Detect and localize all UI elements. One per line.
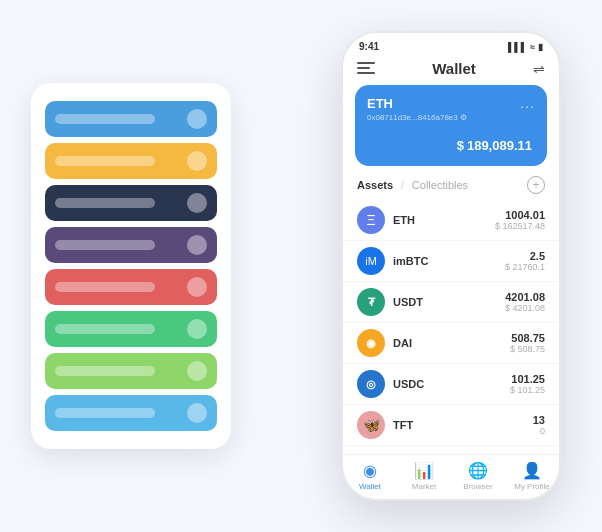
card-dot — [187, 319, 207, 339]
eth-icon: Ξ — [357, 206, 385, 234]
add-asset-button[interactable]: + — [527, 176, 545, 194]
asset-name-usdc: USDC — [393, 378, 510, 390]
eth-usd-value: $ 162517.48 — [495, 221, 545, 231]
imbtc-icon: iM — [357, 247, 385, 275]
browser-nav-label: Browser — [463, 482, 492, 491]
tab-separator: / — [401, 180, 404, 191]
card-dot — [187, 235, 207, 255]
dai-primary-amount: 508.75 — [510, 332, 545, 344]
usdc-usd-value: $ 101.25 — [510, 385, 545, 395]
market-nav-icon: 📊 — [414, 461, 434, 480]
expand-button[interactable]: ⇌ — [533, 61, 545, 77]
phone-header: Wallet ⇌ — [343, 56, 559, 85]
card-bar — [55, 156, 155, 166]
card-bar — [55, 240, 155, 250]
card-dot — [187, 109, 207, 129]
asset-amount-usdt: 4201.08 $ 4201.08 — [505, 291, 545, 313]
list-item[interactable] — [45, 101, 217, 137]
nav-browser[interactable]: 🌐 Browser — [451, 461, 505, 491]
usdt-icon: ₮ — [357, 288, 385, 316]
bottom-nav: ◉ Wallet 📊 Market 🌐 Browser 👤 My Profile — [343, 454, 559, 499]
imbtc-usd-value: $ 21760.1 — [505, 262, 545, 272]
asset-row-imbtc[interactable]: iM imBTC 2.5 $ 21760.1 — [343, 241, 559, 282]
card-dot — [187, 151, 207, 171]
card-bar — [55, 324, 155, 334]
tft-usd-value: 0 — [533, 426, 545, 436]
market-nav-label: Market — [412, 482, 436, 491]
battery-icon: ▮ — [538, 42, 543, 52]
dai-usd-value: $ 508.75 — [510, 344, 545, 354]
asset-amount-usdc: 101.25 $ 101.25 — [510, 373, 545, 395]
status-time: 9:41 — [359, 41, 379, 52]
eth-address: 0x08711d3e...8416a78e3 ⚙ — [367, 113, 535, 122]
eth-card-menu[interactable]: ... — [520, 95, 535, 111]
tft-icon: 🦋 — [357, 411, 385, 439]
list-item[interactable] — [45, 353, 217, 389]
card-bar — [55, 198, 155, 208]
status-bar: 9:41 ▌▌▌ ≈ ▮ — [343, 33, 559, 56]
dai-icon: ◉ — [357, 329, 385, 357]
card-dot — [187, 403, 207, 423]
balance-symbol: $ — [457, 138, 464, 153]
balance-amount: 189,089.11 — [467, 138, 532, 153]
list-item[interactable] — [45, 185, 217, 221]
card-dot — [187, 277, 207, 297]
list-item[interactable] — [45, 143, 217, 179]
asset-row-usdc[interactable]: ◎ USDC 101.25 $ 101.25 — [343, 364, 559, 405]
asset-amount-eth: 1004.01 $ 162517.48 — [495, 209, 545, 231]
profile-nav-icon: 👤 — [522, 461, 542, 480]
asset-amount-imbtc: 2.5 $ 21760.1 — [505, 250, 545, 272]
usdc-icon: ◎ — [357, 370, 385, 398]
usdc-primary-amount: 101.25 — [510, 373, 545, 385]
tab-collectibles[interactable]: Collectibles — [412, 179, 468, 191]
usdt-usd-value: $ 4201.08 — [505, 303, 545, 313]
eth-balance: $189,089.11 — [367, 130, 535, 156]
usdt-primary-amount: 4201.08 — [505, 291, 545, 303]
nav-profile[interactable]: 👤 My Profile — [505, 461, 559, 491]
scene: 9:41 ▌▌▌ ≈ ▮ Wallet ⇌ ETH ... 0x08711d3e… — [11, 11, 591, 521]
list-item[interactable] — [45, 227, 217, 263]
eth-primary-amount: 1004.01 — [495, 209, 545, 221]
wallet-nav-label: Wallet — [359, 482, 381, 491]
wallet-nav-icon: ◉ — [363, 461, 377, 480]
page-title: Wallet — [432, 60, 476, 77]
card-stack — [31, 83, 231, 449]
card-bar — [55, 366, 155, 376]
asset-list: Ξ ETH 1004.01 $ 162517.48 iM imBTC 2.5 $… — [343, 200, 559, 454]
asset-name-usdt: USDT — [393, 296, 505, 308]
list-item[interactable] — [45, 395, 217, 431]
tab-assets[interactable]: Assets — [357, 179, 393, 191]
asset-name-tft: TFT — [393, 419, 533, 431]
asset-row-usdt[interactable]: ₮ USDT 4201.08 $ 4201.08 — [343, 282, 559, 323]
card-bar — [55, 282, 155, 292]
card-bar — [55, 114, 155, 124]
eth-card-title: ETH — [367, 96, 393, 111]
tft-primary-amount: 13 — [533, 414, 545, 426]
status-icons: ▌▌▌ ≈ ▮ — [508, 42, 543, 52]
asset-amount-dai: 508.75 $ 508.75 — [510, 332, 545, 354]
nav-market[interactable]: 📊 Market — [397, 461, 451, 491]
list-item[interactable] — [45, 269, 217, 305]
eth-card-header: ETH ... — [367, 95, 535, 111]
menu-button[interactable] — [357, 62, 375, 76]
profile-nav-label: My Profile — [514, 482, 550, 491]
card-bar — [55, 408, 155, 418]
imbtc-primary-amount: 2.5 — [505, 250, 545, 262]
card-dot — [187, 361, 207, 381]
signal-icon: ▌▌▌ — [508, 42, 527, 52]
asset-name-dai: DAI — [393, 337, 510, 349]
list-item[interactable] — [45, 311, 217, 347]
browser-nav-icon: 🌐 — [468, 461, 488, 480]
asset-row-eth[interactable]: Ξ ETH 1004.01 $ 162517.48 — [343, 200, 559, 241]
nav-wallet[interactable]: ◉ Wallet — [343, 461, 397, 491]
phone-frame: 9:41 ▌▌▌ ≈ ▮ Wallet ⇌ ETH ... 0x08711d3e… — [341, 31, 561, 501]
eth-wallet-card[interactable]: ETH ... 0x08711d3e...8416a78e3 ⚙ $189,08… — [355, 85, 547, 166]
asset-amount-tft: 13 0 — [533, 414, 545, 436]
card-dot — [187, 193, 207, 213]
assets-tabs: Assets / Collectibles — [357, 179, 468, 191]
asset-name-imbtc: imBTC — [393, 255, 505, 267]
asset-row-dai[interactable]: ◉ DAI 508.75 $ 508.75 — [343, 323, 559, 364]
wifi-icon: ≈ — [530, 42, 535, 52]
assets-header: Assets / Collectibles + — [343, 176, 559, 200]
asset-row-tft[interactable]: 🦋 TFT 13 0 — [343, 405, 559, 446]
